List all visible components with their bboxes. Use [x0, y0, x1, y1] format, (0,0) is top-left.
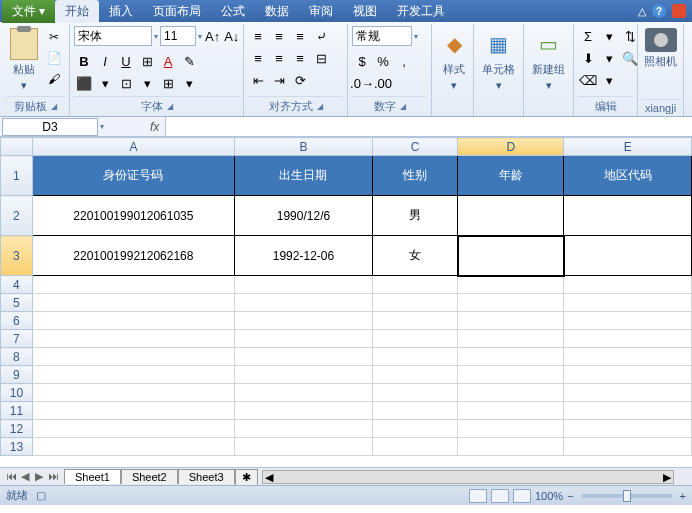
- row-header-7[interactable]: 7: [1, 330, 33, 348]
- align-center-button[interactable]: ≡: [269, 48, 289, 68]
- tab-insert[interactable]: 插入: [99, 0, 143, 23]
- sheet-tab-2[interactable]: Sheet2: [121, 469, 178, 484]
- cell-c2[interactable]: 男: [373, 196, 458, 236]
- number-launcher-icon[interactable]: ◢: [400, 102, 406, 111]
- sheet-nav-last[interactable]: ⏭: [46, 470, 60, 483]
- increase-indent-button[interactable]: ⇥: [269, 70, 289, 90]
- select-all-corner[interactable]: [1, 138, 33, 156]
- clear-button[interactable]: ⌫: [578, 70, 598, 90]
- font-name-select[interactable]: [74, 26, 152, 46]
- row-header-5[interactable]: 5: [1, 294, 33, 312]
- row-header-11[interactable]: 11: [1, 402, 33, 420]
- decrease-indent-button[interactable]: ⇤: [248, 70, 268, 90]
- new-group-button[interactable]: ▭ 新建组▾: [528, 26, 569, 94]
- row-header-3[interactable]: 3: [1, 236, 33, 276]
- sort-button[interactable]: ⇅: [620, 26, 640, 46]
- name-box[interactable]: [2, 118, 98, 136]
- bold-button[interactable]: B: [74, 51, 94, 71]
- font-size-select[interactable]: [160, 26, 196, 46]
- col-header-e[interactable]: E: [564, 138, 692, 156]
- spreadsheet-grid[interactable]: A B C D E 1 身份证号码 出生日期 性别 年龄 地区代码 2 2201…: [0, 137, 692, 467]
- format-painter-button[interactable]: 🖌: [45, 70, 63, 88]
- merge-button[interactable]: ⊟: [311, 48, 331, 68]
- wrap-text-button[interactable]: ⤶: [311, 26, 331, 46]
- help-icon[interactable]: ?: [652, 4, 666, 18]
- header-dob[interactable]: 出生日期: [234, 156, 372, 196]
- zoom-slider[interactable]: [582, 494, 672, 498]
- row-header-4[interactable]: 4: [1, 276, 33, 294]
- autosum-button[interactable]: Σ: [578, 26, 598, 46]
- currency-button[interactable]: $: [352, 51, 372, 71]
- percent-button[interactable]: %: [373, 51, 393, 71]
- header-id[interactable]: 身份证号码: [32, 156, 234, 196]
- italic-button[interactable]: I: [95, 51, 115, 71]
- cell-e2[interactable]: [564, 196, 692, 236]
- zoom-out-button[interactable]: −: [567, 490, 573, 502]
- cut-button[interactable]: ✂: [45, 28, 63, 46]
- comma-button[interactable]: ,: [394, 51, 414, 71]
- fx-icon[interactable]: fx: [144, 120, 165, 134]
- formula-bar[interactable]: [165, 117, 692, 136]
- col-header-c[interactable]: C: [373, 138, 458, 156]
- sheet-nav-first[interactable]: ⏮: [4, 470, 18, 483]
- row-header-9[interactable]: 9: [1, 366, 33, 384]
- paste-button[interactable]: 粘贴 ▾: [6, 26, 41, 94]
- border-style-button[interactable]: ⊡: [116, 73, 136, 93]
- align-left-button[interactable]: ≡: [248, 48, 268, 68]
- tab-data[interactable]: 数据: [255, 0, 299, 23]
- row-header-13[interactable]: 13: [1, 438, 33, 456]
- zoom-in-button[interactable]: +: [680, 490, 686, 502]
- tab-home[interactable]: 开始: [55, 0, 99, 23]
- tab-dev[interactable]: 开发工具: [387, 0, 455, 23]
- row-header-8[interactable]: 8: [1, 348, 33, 366]
- tab-formula[interactable]: 公式: [211, 0, 255, 23]
- tab-view[interactable]: 视图: [343, 0, 387, 23]
- view-normal-button[interactable]: [469, 489, 487, 503]
- phonetic-button[interactable]: ✎: [179, 51, 199, 71]
- decrease-decimal-button[interactable]: .00: [373, 73, 393, 93]
- view-pagebreak-button[interactable]: [513, 489, 531, 503]
- row-header-2[interactable]: 2: [1, 196, 33, 236]
- minimize-ribbon-icon[interactable]: △: [638, 5, 646, 18]
- align-top-button[interactable]: ≡: [248, 26, 268, 46]
- sheet-tab-3[interactable]: Sheet3: [178, 469, 235, 484]
- align-middle-button[interactable]: ≡: [269, 26, 289, 46]
- macro-record-icon[interactable]: ▢: [36, 489, 46, 502]
- view-layout-button[interactable]: [491, 489, 509, 503]
- cell-a3[interactable]: 220100199212062168: [32, 236, 234, 276]
- copy-button[interactable]: 📄: [45, 49, 63, 67]
- cell-d3[interactable]: [458, 236, 564, 276]
- tab-file[interactable]: 文件 ▾: [2, 0, 55, 23]
- fill-button[interactable]: ⬇: [578, 48, 598, 68]
- orientation-button[interactable]: ⟳: [290, 70, 310, 90]
- tab-review[interactable]: 审阅: [299, 0, 343, 23]
- underline-button[interactable]: U: [116, 51, 136, 71]
- header-region[interactable]: 地区代码: [564, 156, 692, 196]
- align-launcher-icon[interactable]: ◢: [317, 102, 323, 111]
- row-header-6[interactable]: 6: [1, 312, 33, 330]
- sheet-nav-next[interactable]: ▶: [32, 470, 46, 483]
- font-launcher-icon[interactable]: ◢: [167, 102, 173, 111]
- cell-b2[interactable]: 1990/12/6: [234, 196, 372, 236]
- row-header-1[interactable]: 1: [1, 156, 33, 196]
- cell-format-button[interactable]: ▦ 单元格▾: [478, 26, 519, 94]
- cell-c3[interactable]: 女: [373, 236, 458, 276]
- increase-decimal-button[interactable]: .0→: [352, 73, 372, 93]
- tab-page-layout[interactable]: 页面布局: [143, 0, 211, 23]
- decrease-font-button[interactable]: A↓: [223, 26, 240, 46]
- fill-color-button[interactable]: ⬛: [74, 73, 94, 93]
- border-button[interactable]: ⊞: [137, 51, 157, 71]
- row-header-10[interactable]: 10: [1, 384, 33, 402]
- col-header-b[interactable]: B: [234, 138, 372, 156]
- cell-d2[interactable]: [458, 196, 564, 236]
- number-format-select[interactable]: [352, 26, 412, 46]
- camera-button[interactable]: 照相机: [642, 26, 679, 71]
- new-sheet-button[interactable]: ✱: [235, 469, 258, 485]
- align-right-button[interactable]: ≡: [290, 48, 310, 68]
- find-button[interactable]: 🔍: [620, 48, 640, 68]
- cell-e3[interactable]: [564, 236, 692, 276]
- zoom-level[interactable]: 100%: [535, 490, 563, 502]
- sheet-nav-prev[interactable]: ◀: [18, 470, 32, 483]
- header-sex[interactable]: 性别: [373, 156, 458, 196]
- col-header-d[interactable]: D: [458, 138, 564, 156]
